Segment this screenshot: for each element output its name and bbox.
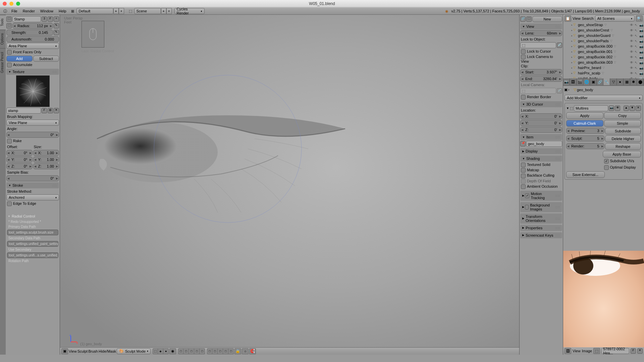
dof-checkbox[interactable] <box>521 179 526 184</box>
cursor-icon[interactable]: ↖ <box>635 71 639 75</box>
properties-panel-header[interactable]: Properties:::: <box>520 225 562 231</box>
view-panel-header[interactable]: View:::: <box>520 23 562 29</box>
matcap-checkbox[interactable] <box>521 168 526 173</box>
brush-preview-popup[interactable] <box>82 21 104 48</box>
sculpt-plane-dropdown[interactable]: Area Plane♦ <box>6 43 59 49</box>
screen-add-button[interactable]: + <box>113 8 119 14</box>
render-icon[interactable]: 📷 <box>639 66 643 70</box>
stroke-method-dropdown[interactable]: Anchored♦ <box>6 194 59 200</box>
eye-icon[interactable]: 👁 <box>630 55 634 59</box>
add-button[interactable]: Add <box>6 56 33 62</box>
accumulate-checkbox[interactable] <box>7 63 12 67</box>
pressure-radius-icon[interactable]: ✎ <box>54 23 59 28</box>
cursor-z[interactable]: ◀Z:0'▶ <box>520 127 562 133</box>
outliner-row[interactable]: ▸▽geo_strapBuckle.000▽👁↖📷 <box>563 44 644 49</box>
render-icon[interactable]: 📷 <box>639 28 643 32</box>
copy-button[interactable]: Copy <box>604 112 641 119</box>
lock-object-field[interactable]: ⬚ <box>520 42 556 48</box>
menu-help[interactable]: Help <box>56 8 69 14</box>
texture-preview[interactable] <box>16 75 50 107</box>
lock-cursor-checkbox[interactable] <box>521 49 526 54</box>
front-faces-checkbox[interactable] <box>7 50 12 55</box>
header-sculpt[interactable]: Sculpt <box>77 349 88 353</box>
offset-x[interactable]: ◀X:0°▶ <box>6 150 33 156</box>
reference-image[interactable] <box>563 251 644 347</box>
size-x[interactable]: ◀X:1.00▶ <box>33 150 59 156</box>
shade-bbox-icon[interactable]: ⬚ <box>153 348 158 354</box>
zoom-dot[interactable] <box>16 2 20 6</box>
screen-layout-dropdown[interactable]: Default <box>76 8 113 14</box>
brush-name-field[interactable]: Stamp <box>12 16 41 22</box>
size-y[interactable]: ◀Y:1.00▶ <box>33 157 59 163</box>
outliner-search-icon[interactable]: 🔍 <box>636 15 643 21</box>
shading-panel-header[interactable]: Shading:::: <box>520 156 562 162</box>
outliner-row[interactable]: ▸▽geo_shoulderPads▽👁↖📷 <box>563 38 644 44</box>
menu-render[interactable]: Render <box>20 8 38 14</box>
header-hide-mask[interactable]: Hide/Mask <box>99 349 116 353</box>
display-panel-header[interactable]: Display:::: <box>520 148 562 154</box>
brush-fake-user[interactable]: F <box>48 16 53 22</box>
render-icon[interactable]: 📷 <box>639 34 643 38</box>
render-icon[interactable]: 📷 <box>639 61 643 64</box>
image-browse-icon[interactable]: ⬚ <box>593 348 600 354</box>
gp-browse-icon[interactable]: ⬚ <box>526 16 532 22</box>
catmull-button[interactable]: Catmull-Clark <box>566 120 603 127</box>
item-panel-header[interactable]: Item:::: <box>520 134 562 140</box>
secondary-path-field[interactable]: tool_settings.unified_paint_settings... <box>7 241 58 247</box>
ao-checkbox[interactable] <box>521 184 526 189</box>
cursor-icon[interactable]: ↖ <box>635 23 639 27</box>
scene-delete-button[interactable]: × <box>166 8 172 14</box>
use-secondary-field[interactable]: tool_settings.unifi...s.use_unified_size <box>7 252 58 258</box>
render-icon[interactable]: 📷 <box>639 50 643 54</box>
cursor-icon[interactable]: ↖ <box>635 61 639 64</box>
angle-field[interactable]: ◀ 0°▶ <box>6 132 59 138</box>
eye-icon[interactable]: 👁 <box>630 28 634 32</box>
header-brush[interactable]: Brush <box>88 349 98 353</box>
image-image-menu[interactable]: Image <box>582 349 592 353</box>
outliner-row[interactable]: ▸▽geo_shoulderCrest▽👁↖📷 <box>563 27 644 33</box>
subdivide-uvs-checkbox[interactable] <box>604 159 609 164</box>
eye-icon[interactable]: 👁 <box>630 66 634 70</box>
sample-bias-field[interactable]: ◀0°▶ <box>6 175 59 181</box>
brush-mapping-dropdown[interactable]: View Plane♦ <box>6 120 59 126</box>
eyedropper-icon[interactable]: 💉 <box>557 43 562 48</box>
scene-dropdown[interactable]: Scene <box>134 8 161 14</box>
scene-add-button[interactable]: + <box>161 8 166 14</box>
render-icon[interactable]: 📷 <box>639 55 643 59</box>
cursor-icon[interactable]: ↖ <box>635 55 639 59</box>
apply-base-button[interactable]: Apply Base <box>603 151 641 158</box>
render-icon[interactable]: 📷 <box>639 45 643 48</box>
subdivide-button[interactable]: Subdivide <box>605 128 641 134</box>
motion-tracking-checkbox[interactable] <box>525 193 529 198</box>
ptab-world-icon[interactable]: 🌐 <box>583 78 590 85</box>
outliner-row[interactable]: ▸▽geo_strapBuckle.002▽👁↖📷 <box>563 54 644 60</box>
cursor-panel-header[interactable]: 3D Cursor:::: <box>520 101 562 107</box>
screencast-header[interactable]: Screencast Keys:::: <box>520 232 562 238</box>
modifier-down-icon[interactable]: ▼ <box>630 106 635 111</box>
texture-unlink-icon[interactable]: ✕ <box>54 108 59 113</box>
radial-control-header[interactable]: Radial Control <box>6 213 59 219</box>
outliner-editor-icon[interactable]: 📋 <box>565 15 571 21</box>
lens-field[interactable]: ◀Lens:60mm▶ <box>520 30 562 36</box>
textured-solid-checkbox[interactable] <box>521 163 526 167</box>
texture-new-icon[interactable]: ⊞ <box>48 108 53 113</box>
save-external-button[interactable]: Save External... <box>566 171 605 178</box>
shade-wire-icon[interactable]: ◈ <box>158 348 163 354</box>
minimize-dot[interactable] <box>9 2 13 6</box>
add-modifier-dropdown[interactable]: Add Modifier♦ <box>565 95 643 101</box>
texture-panel-header[interactable]: Texture:::: <box>6 69 59 75</box>
outliner-search[interactable]: Search <box>582 16 594 20</box>
bg-images-checkbox[interactable] <box>525 205 529 209</box>
ptab-particles-icon[interactable]: ✱ <box>630 78 637 85</box>
close-dot[interactable] <box>3 2 7 6</box>
render-icon[interactable]: 📷 <box>639 71 643 75</box>
local-camera-field[interactable]: ⬚ <box>520 88 556 94</box>
render-level-field[interactable]: ◀Render:5▶ <box>566 143 604 149</box>
ptab-render-icon[interactable]: 📷 <box>563 78 570 85</box>
texture-name-field[interactable]: stamp <box>6 108 41 114</box>
item-pin-icon[interactable]: 📌 <box>520 141 526 146</box>
proportional-icon[interactable]: ○ <box>242 348 249 354</box>
modifier-up-icon[interactable]: ▲ <box>624 106 629 111</box>
cursor-x[interactable]: ◀X:0'▶ <box>520 113 562 119</box>
size-z[interactable]: ◀Z:1.00▶ <box>33 163 59 169</box>
